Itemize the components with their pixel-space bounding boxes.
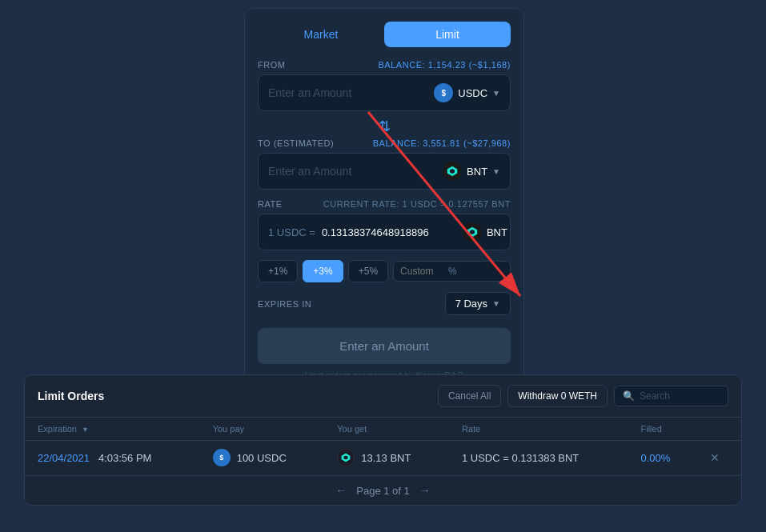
cell-you-get: 13.13 BNT	[324, 441, 449, 475]
expires-select[interactable]: 7 Days ▼	[445, 292, 511, 315]
pay-amount: 100 USDC	[237, 452, 287, 464]
rate-section: RATE Current rate: 1 USDC = 0.127557 BNT…	[258, 199, 511, 250]
to-input-row: BNT ▼	[258, 153, 511, 190]
from-input-row: $ USDC ▼	[258, 74, 511, 111]
search-input[interactable]	[640, 390, 720, 402]
next-page-button[interactable]: →	[419, 484, 431, 497]
tab-limit[interactable]: Limit	[384, 22, 511, 47]
usdc-icon: $	[434, 83, 453, 102]
close-order-button[interactable]: ✕	[710, 451, 720, 464]
cell-filled: 0.00%	[628, 441, 696, 475]
to-label-row: TO (ESTIMATED) Balance: 3,551.81 (~$27,9…	[258, 138, 511, 148]
table-row: 22/04/2021 4:03:56 PM $ 100 USDC	[25, 441, 741, 475]
rate-label: RATE	[258, 199, 283, 209]
custom-input-wrap: %	[393, 261, 511, 282]
from-token-label: USDC	[458, 87, 487, 99]
rate-token-select[interactable]: BNT	[463, 222, 507, 242]
bnt-icon-rate	[463, 222, 482, 242]
tab-bar: Market Limit	[258, 22, 511, 47]
lo-header: Limit Orders Cancel All Withdraw 0 WETH …	[25, 375, 741, 418]
expiration-date-link[interactable]: 22/04/2021	[38, 452, 90, 464]
rate-btn-1pct[interactable]: +1%	[258, 260, 298, 282]
search-icon: 🔍	[623, 390, 635, 402]
col-rate: Rate	[449, 418, 628, 441]
from-label-row: FROM Balance: 1,154.23 (~$1,168)	[258, 60, 511, 70]
get-token-icon	[337, 449, 355, 466]
rate-label-row: RATE Current rate: 1 USDC = 0.127557 BNT	[258, 199, 511, 209]
filled-value: 0.00%	[640, 452, 670, 464]
to-token-select[interactable]: BNT ▼	[443, 162, 500, 181]
to-token-label: BNT	[467, 166, 487, 178]
search-wrap: 🔍	[614, 386, 728, 406]
from-token-select[interactable]: $ USDC ▼	[434, 83, 500, 102]
rate-btn-5pct[interactable]: +5%	[348, 260, 388, 282]
col-expiration: Expiration ▼	[25, 418, 200, 441]
expires-chevron: ▼	[492, 299, 500, 308]
expires-row: EXPIRES IN 7 Days ▼	[258, 292, 511, 315]
prev-page-button[interactable]: ←	[335, 484, 347, 497]
tab-market[interactable]: Market	[258, 22, 384, 47]
submit-button[interactable]: Enter an Amount	[258, 328, 511, 364]
from-label: FROM	[258, 60, 286, 70]
get-amount: 13.13 BNT	[361, 452, 411, 464]
col-you-get: You get	[324, 418, 449, 441]
trade-panel: Market Limit FROM Balance: 1,154.23 (~$1…	[244, 8, 524, 394]
custom-rate-input[interactable]	[400, 266, 448, 277]
rate-buttons: +1% +3% +5% %	[258, 260, 511, 282]
cell-expiration: 22/04/2021 4:03:56 PM	[25, 441, 200, 475]
col-actions	[697, 418, 741, 441]
from-balance: Balance: 1,154.23 (~$1,168)	[378, 60, 511, 70]
from-token-chevron: ▼	[492, 89, 500, 98]
from-amount-input[interactable]	[268, 86, 434, 99]
rate-input-row: 1 USDC = BNT	[258, 214, 511, 250]
limit-orders-section: Limit Orders Cancel All Withdraw 0 WETH …	[24, 374, 742, 506]
rate-btn-3pct[interactable]: +3%	[303, 260, 343, 282]
pagination: ← Page 1 of 1 →	[25, 475, 741, 505]
percent-label: %	[448, 266, 457, 277]
sort-icon: ▼	[82, 426, 89, 434]
to-balance: Balance: 3,551.81 (~$27,968)	[373, 138, 511, 148]
rate-value-input[interactable]	[322, 226, 456, 238]
table-header-row: Expiration ▼ You pay You get Rate Filled	[25, 418, 741, 441]
withdraw-button[interactable]: Withdraw 0 WETH	[507, 385, 608, 407]
swap-icon[interactable]: ⇅	[379, 118, 391, 135]
cell-you-pay: $ 100 USDC	[200, 441, 325, 475]
rate-prefix: 1 USDC =	[268, 226, 315, 238]
cancel-all-button[interactable]: Cancel All	[438, 385, 501, 407]
pay-token-icon: $	[213, 449, 231, 466]
cell-rate: 1 USDC = 0.131383 BNT	[449, 441, 628, 475]
to-token-chevron: ▼	[492, 167, 500, 176]
expiration-time: 4:03:56 PM	[98, 452, 152, 464]
expires-value: 7 Days	[455, 298, 487, 310]
col-filled: Filled	[628, 418, 696, 441]
bnt-icon-to	[443, 162, 462, 181]
to-amount-input[interactable]	[268, 165, 443, 178]
limit-orders-table: Expiration ▼ You pay You get Rate Filled…	[25, 418, 741, 475]
cell-close: ✕	[697, 441, 741, 475]
to-label: TO (ESTIMATED)	[258, 138, 334, 148]
col-you-pay: You pay	[200, 418, 325, 441]
current-rate: Current rate: 1 USDC = 0.127557 BNT	[323, 199, 511, 209]
expires-label: EXPIRES IN	[258, 299, 311, 309]
page-label: Page 1 of 1	[356, 485, 410, 497]
swap-icon-row: ⇅	[258, 118, 511, 135]
lo-actions: Cancel All Withdraw 0 WETH 🔍	[438, 385, 728, 407]
rate-token-label: BNT	[487, 226, 507, 238]
lo-title: Limit Orders	[38, 390, 104, 402]
